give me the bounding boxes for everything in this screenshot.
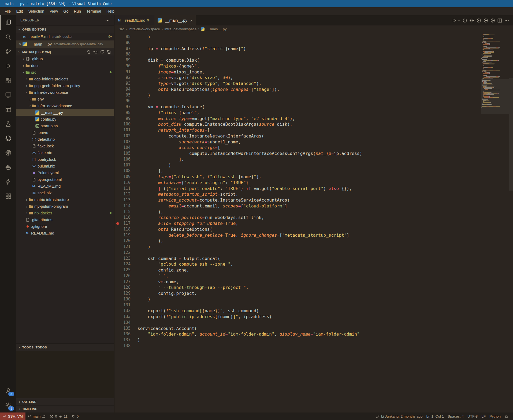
breakpoint-gutter[interactable] — [114, 162, 121, 168]
open-editor-readme-md[interactable]: M↓readME.mdsrc/nix-docker9+ — [16, 33, 114, 40]
code-line[interactable]: 124"gcloud compute ssh --zone ", — [114, 261, 481, 267]
circle-arrow-icon[interactable] — [483, 18, 488, 23]
tree-item-main-py[interactable]: __main__.py — [16, 109, 114, 116]
status-language[interactable]: Python — [488, 412, 503, 420]
breakpoint-gutter[interactable] — [114, 151, 121, 157]
code-line[interactable]: 107) — [114, 162, 481, 168]
new-file-icon[interactable] — [87, 50, 91, 54]
breakpoint-gutter[interactable] — [114, 279, 121, 285]
code-line[interactable]: 91image=nixos_image, — [114, 69, 481, 75]
code-line[interactable]: 85) — [114, 34, 481, 40]
code-line[interactable]: 135serviceaccount.Account( — [114, 326, 481, 332]
breakpoint-gutter[interactable] — [114, 291, 121, 296]
breakpoint-gutter[interactable] — [114, 174, 121, 180]
activity-extensions[interactable] — [0, 73, 16, 88]
breakpoint-gutter[interactable] — [114, 232, 121, 238]
history-icon[interactable] — [462, 18, 467, 23]
code-line[interactable]: 116resource_policies=run_weekdays.self_l… — [114, 215, 481, 221]
more-actions-icon[interactable] — [504, 18, 509, 23]
new-folder-icon[interactable] — [93, 50, 98, 54]
tab-main-py[interactable]: __main__.py× — [154, 15, 196, 25]
code-line[interactable]: 131 — [114, 302, 481, 308]
activity-remote-explorer[interactable] — [0, 88, 16, 102]
breakpoint-gutter[interactable] — [114, 203, 121, 209]
code-line[interactable]: 136"iam-folder-admin", account_id="iam-f… — [114, 331, 481, 337]
views-more-icon[interactable] — [105, 18, 110, 23]
breakpoint-gutter[interactable] — [114, 92, 121, 98]
menu-go[interactable]: Go — [61, 8, 71, 14]
menu-file[interactable]: File — [2, 8, 13, 14]
breakpoint-gutter[interactable] — [114, 57, 121, 63]
tree-item-default-nix[interactable]: default.nix — [16, 136, 114, 143]
configure-icon[interactable] — [469, 18, 474, 23]
code-line[interactable]: 109tags=["allow-ssh", f"allow-ssh-{name}… — [114, 174, 481, 180]
breakpoint-gutter[interactable] — [114, 51, 121, 57]
code-line[interactable]: 98f"nixos-{name}", — [114, 110, 481, 116]
breakpoint-gutter[interactable] — [114, 104, 121, 110]
menu-selection[interactable]: Selection — [26, 8, 47, 14]
breakpoint-gutter[interactable] — [114, 302, 121, 308]
activity-search[interactable] — [0, 30, 16, 44]
code-line[interactable]: 89disk = compute.Disk( — [114, 57, 481, 63]
tree-item-docs[interactable]: ›docs — [16, 62, 114, 69]
breakpoint-gutter[interactable] — [114, 186, 121, 192]
code-line[interactable]: 123ssh_command = Output.concat( — [114, 256, 481, 262]
breakpoint-gutter[interactable] — [114, 127, 121, 133]
run-icon[interactable] — [452, 18, 457, 23]
breakpoint-gutter[interactable] — [114, 273, 121, 279]
code-line[interactable]: 99machine_type=vm.get("machine_type", "e… — [114, 116, 481, 122]
circle-play-icon[interactable] — [490, 18, 495, 23]
close-icon[interactable]: × — [190, 18, 193, 23]
breakpoint-gutter[interactable] — [114, 337, 121, 343]
menu-run[interactable]: Run — [72, 8, 84, 14]
breakpoint-gutter[interactable] — [114, 133, 121, 139]
status-indentation[interactable]: Spaces: 4 — [446, 412, 466, 420]
tree-item-flake-lock[interactable]: flake.lock — [16, 143, 114, 149]
code-line[interactable]: 130) — [114, 296, 481, 302]
breakpoint-gutter[interactable] — [114, 244, 121, 250]
code-line[interactable]: 127vm.name, — [114, 279, 481, 285]
tree-item-pulumi-yaml[interactable]: Pulumi.yaml — [16, 169, 114, 176]
code-line[interactable]: 138 — [114, 343, 481, 349]
breakpoint-gutter[interactable] — [114, 326, 121, 332]
timeline-header[interactable]: › TIMELINE — [16, 405, 114, 412]
code-line[interactable]: 110metadata={"enable-oslogin": "TRUE"} — [114, 180, 481, 186]
breakpoint-gutter[interactable] — [114, 168, 121, 174]
tree-item-pyproject-toml[interactable]: pyproject.toml — [16, 176, 114, 183]
tree-item-infra-devworkspace[interactable]: ›infra_devworkspace — [16, 102, 114, 109]
breakpoint-gutter[interactable] — [114, 180, 121, 186]
breakpoint-gutter[interactable] — [114, 314, 121, 320]
breakpoint-gutter[interactable] — [114, 215, 121, 221]
tree-item-pulumi-nix[interactable]: pulumi.nix — [16, 163, 114, 169]
close-icon[interactable]: × — [18, 42, 23, 46]
code-line[interactable]: 113service_account=compute.InstanceServi… — [114, 197, 481, 203]
tree-item-matrix-infrastructure[interactable]: ›matrix-infrastructure — [16, 196, 114, 203]
breakpoint-gutter[interactable] — [114, 139, 121, 145]
code-line[interactable]: 115), — [114, 209, 481, 215]
menu-help[interactable]: Help — [104, 8, 117, 14]
breakpoint-gutter[interactable] — [114, 157, 121, 162]
breakpoint-gutter[interactable] — [114, 343, 121, 349]
open-editors-header[interactable]: › OPEN EDITORS — [16, 25, 114, 33]
remote-indicator[interactable]: >< SSH: VM — [0, 412, 25, 420]
activity-run-and-debug[interactable] — [0, 59, 16, 73]
run-dropdown-icon[interactable] — [458, 19, 460, 22]
breakpoint-gutter[interactable] — [114, 221, 121, 226]
code-line[interactable]: 90f"nixos-{name}", — [114, 63, 481, 69]
code-line[interactable]: 94opts=ResourceOptions(ignore_changes=["… — [114, 87, 481, 92]
tree-item-readme-md[interactable]: M↓README.md — [16, 183, 114, 189]
breakpoint-gutter[interactable] — [114, 46, 121, 52]
breakpoint-gutter[interactable] — [114, 238, 121, 244]
breakpoint-gutter[interactable] — [114, 98, 121, 104]
status-eol[interactable]: LF — [479, 412, 488, 420]
code-line[interactable]: 104access_configs=[ — [114, 145, 481, 151]
tree-item-readme-md[interactable]: M↓README.md — [16, 230, 114, 236]
code-line[interactable]: 93type=vm.get("disk_type", "pd-balanced"… — [114, 81, 481, 87]
code-line[interactable]: 117allow_stopping_for_update=True, — [114, 221, 481, 226]
activity-github[interactable] — [0, 131, 16, 146]
status-encoding[interactable]: UTF-8 — [466, 412, 479, 420]
code-line[interactable]: 96 — [114, 98, 481, 104]
tree-item-config-py[interactable]: config.py — [16, 116, 114, 122]
breakpoint-gutter[interactable] — [114, 145, 121, 151]
activity-thunder-client[interactable] — [0, 174, 16, 189]
